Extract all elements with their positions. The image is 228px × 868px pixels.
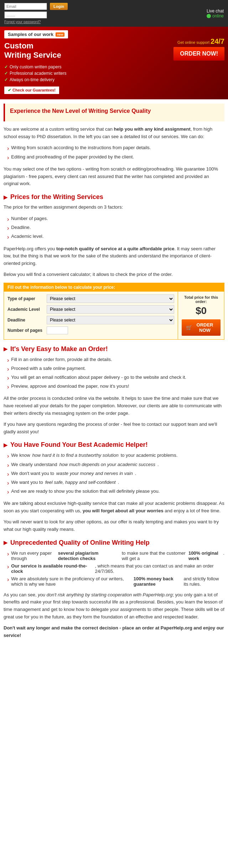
type-label: Type of paper bbox=[7, 296, 47, 301]
experience-list: Writing from scratch according to the in… bbox=[7, 144, 224, 162]
easy-order-steps: Fill in an online order form, provide al… bbox=[7, 356, 224, 392]
experience-item-2: Editing and proofreading of the paper pr… bbox=[7, 153, 224, 162]
banner-feature-2: Professional academic writers bbox=[4, 70, 224, 77]
unprecedented-heading: Unprecedented Quality of Online Writing … bbox=[4, 539, 224, 547]
step-1: Fill in an online order form, provide al… bbox=[7, 356, 224, 365]
hero-banner: Samples of our work new Custom Writing S… bbox=[0, 27, 228, 99]
pages-row: Number of pages bbox=[7, 326, 174, 334]
calc-header: Fill out the information below to calcul… bbox=[4, 283, 224, 292]
deadline-label: Deadline bbox=[7, 318, 47, 323]
prices-intro: The price for the written assignment dep… bbox=[4, 204, 224, 211]
email-input[interactable] bbox=[4, 3, 47, 10]
online-status: online bbox=[212, 14, 224, 19]
easy-order-para2: If you have any questions regarding the … bbox=[4, 421, 224, 436]
online-dot bbox=[207, 14, 211, 18]
factor-3: Academic level. bbox=[7, 232, 224, 241]
deadline-select[interactable]: Please select bbox=[47, 316, 174, 324]
banner-feature-3: Always on-time delivery bbox=[4, 77, 224, 83]
calc-order-button[interactable]: 🛒 ORDER NOW bbox=[182, 319, 221, 336]
step-2: Proceed with a safe online payment. bbox=[7, 365, 224, 373]
samples-bar[interactable]: Samples of our work new bbox=[4, 30, 68, 38]
unprecedented-item-2: Our service is available round-the-clock… bbox=[7, 562, 224, 575]
academic-item-2: We clearly understand how much depends o… bbox=[7, 461, 224, 470]
factor-1: Number of pages. bbox=[7, 215, 224, 224]
header: Login Forgot your password? Live chat on… bbox=[0, 0, 228, 27]
live-chat-label: Live chat bbox=[207, 9, 224, 14]
prices-para1: PaperHelp.org offers you top-notch quali… bbox=[4, 245, 224, 267]
live-chat-area: Live chat online bbox=[207, 9, 224, 19]
prices-heading: Prices for the Writing Services bbox=[4, 193, 224, 201]
support-area: Get online support 24/7 ORDER NOW! bbox=[173, 37, 224, 61]
prices-para2: Below you will find a convenient calcula… bbox=[4, 271, 224, 278]
academic-helper-heading: You Have Found Your Best Academic Helper… bbox=[4, 441, 224, 449]
new-badge: new bbox=[56, 32, 65, 37]
experience-para2: You may select one of the two options - … bbox=[4, 166, 224, 188]
samples-label: Samples of our work bbox=[8, 32, 53, 37]
pages-label: Number of pages bbox=[7, 328, 47, 333]
total-label: Total price for this order: bbox=[182, 295, 221, 304]
calc-form: Type of paper Please select Academic Lev… bbox=[4, 292, 178, 339]
check-guarantees-button[interactable]: Check our Guarantees! bbox=[4, 87, 59, 94]
easy-order-para1: All the order process is conducted onlin… bbox=[4, 395, 224, 417]
academic-item-1: We know how hard it is to find a trustwo… bbox=[7, 451, 224, 460]
banner-feature-1: Only custom written papers bbox=[4, 64, 224, 70]
easy-order-heading: It's Very Easy to Make an Order! bbox=[4, 345, 224, 353]
academic-item-3: We don't want you to waste your money an… bbox=[7, 470, 224, 479]
factor-2: Deadline. bbox=[7, 224, 224, 232]
calc-body: Type of paper Please select Academic Lev… bbox=[4, 292, 224, 339]
step-3: You will get an email notification about… bbox=[7, 373, 224, 382]
calc-total-area: Total price for this order: $0 🛒 ORDER N… bbox=[178, 292, 224, 339]
online-indicator: online bbox=[207, 14, 224, 19]
main-content: Experience the New Level of Writing Serv… bbox=[0, 104, 228, 650]
type-row: Type of paper Please select bbox=[7, 294, 174, 303]
academic-label: Academic Level bbox=[7, 307, 47, 312]
type-select[interactable]: Please select bbox=[47, 294, 174, 303]
total-price: $0 bbox=[196, 305, 207, 317]
banner-features-list: Only custom written papers Professional … bbox=[4, 64, 224, 83]
support-text: Get online support 24/7 bbox=[173, 37, 224, 46]
prices-factors-list: Number of pages. Deadline. Academic leve… bbox=[7, 215, 224, 242]
academic-item-5: And we are ready to show you the solutio… bbox=[7, 487, 224, 496]
experience-heading: Experience the New Level of Writing Serv… bbox=[10, 108, 219, 114]
academic-helper-list: We know how hard it is to find a trustwo… bbox=[7, 451, 224, 496]
header-login-area: Login Forgot your password? bbox=[4, 3, 68, 24]
unprecedented-list: We run every paper through several plagi… bbox=[7, 549, 224, 588]
forgot-password-link[interactable]: Forgot your password? bbox=[4, 20, 68, 24]
step-4: Preview, approve and download the paper,… bbox=[7, 382, 224, 391]
price-calculator: Fill out the information below to calcul… bbox=[4, 283, 224, 340]
academic-para2: You will never want to look for any othe… bbox=[4, 518, 224, 533]
academic-row: Academic Level Please select bbox=[7, 305, 174, 314]
deadline-row: Deadline Please select bbox=[7, 316, 174, 324]
academic-item-4: We want you to feel safe, happy and self… bbox=[7, 479, 224, 487]
cart-icon: 🛒 bbox=[186, 325, 192, 330]
experience-section: Experience the New Level of Writing Serv… bbox=[4, 104, 224, 121]
pages-input[interactable] bbox=[47, 326, 68, 334]
unprecedented-item-3: We are absolutely sure in the proficienc… bbox=[7, 575, 224, 588]
order-now-button[interactable]: ORDER NOW! bbox=[173, 47, 224, 61]
unprecedented-para1: As you can see, you don't risk anything … bbox=[4, 591, 224, 621]
final-cta: Don't wait any longer and make the corre… bbox=[4, 624, 224, 639]
academic-select[interactable]: Please select bbox=[47, 305, 174, 314]
password-input[interactable] bbox=[4, 11, 47, 19]
unprecedented-item-1: We run every paper through several plagi… bbox=[7, 549, 224, 562]
experience-item-1: Writing from scratch according to the in… bbox=[7, 144, 224, 153]
login-button[interactable]: Login bbox=[50, 3, 68, 10]
academic-para1: We are talking about exclusive high-qual… bbox=[4, 500, 224, 515]
experience-para1: You are welcome at a custom writing serv… bbox=[4, 126, 224, 141]
